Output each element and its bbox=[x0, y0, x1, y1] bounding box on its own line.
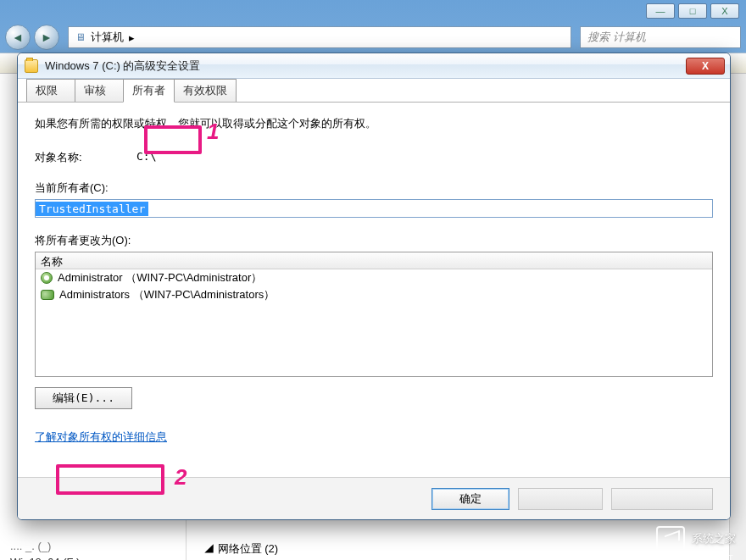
object-name-label: 对象名称: bbox=[35, 150, 136, 165]
dialog-body: 权限 审核 所有者 有效权限 如果您有所需的权限或特权，您就可以取得或分配这个对… bbox=[18, 79, 730, 519]
parent-close-button[interactable]: X bbox=[710, 3, 739, 19]
tab-strip: 权限 审核 所有者 有效权限 bbox=[18, 79, 730, 103]
dialog-title: Windows 7 (C:) 的高级安全设置 bbox=[45, 58, 686, 74]
object-name-value: C:\ bbox=[136, 150, 156, 165]
user-icon bbox=[41, 272, 53, 284]
intro-text: 如果您有所需的权限或特权，您就可以取得或分配这个对象的所有权。 bbox=[35, 116, 713, 131]
tab-owner[interactable]: 所有者 bbox=[123, 79, 175, 103]
address-bar[interactable]: 🖥 计算机 ▸ bbox=[68, 26, 571, 48]
tree-item[interactable]: Win10_64 (F:) bbox=[10, 554, 175, 560]
owner-candidates-list[interactable]: 名称 Administrator （WIN7-PC\Administrator）… bbox=[35, 252, 713, 377]
cancel-button[interactable] bbox=[518, 488, 603, 510]
tree-item[interactable]: .... _. (_) bbox=[10, 538, 175, 554]
group-icon bbox=[41, 290, 54, 300]
list-column-name[interactable]: 名称 bbox=[36, 252, 712, 269]
breadcrumb-computer[interactable]: 计算机 bbox=[91, 30, 124, 45]
ok-button[interactable]: 确定 bbox=[431, 488, 509, 510]
search-input[interactable]: 搜索 计算机 bbox=[580, 26, 741, 48]
parent-toolbar: ◄ ► 🖥 计算机 ▸ 搜索 计算机 bbox=[0, 22, 746, 53]
list-item[interactable]: Administrator （WIN7-PC\Administrator） bbox=[36, 269, 712, 286]
dialog-footer: 确定 bbox=[18, 477, 730, 519]
computer-icon: 🖥 bbox=[75, 31, 86, 43]
network-location-label: ◢ 网络位置 (2) bbox=[203, 541, 278, 557]
dialog-close-button[interactable]: X bbox=[686, 58, 725, 75]
current-owner-value: TrustedInstaller bbox=[36, 202, 148, 216]
nav-back-button[interactable]: ◄ bbox=[5, 25, 31, 50]
parent-minimize-button[interactable]: — bbox=[646, 3, 675, 19]
tab-permissions[interactable]: 权限 bbox=[26, 79, 75, 102]
edit-button[interactable]: 编辑(E)... bbox=[35, 387, 132, 409]
parent-titlebar: — □ X bbox=[0, 0, 746, 22]
current-owner-label: 当前所有者(C): bbox=[35, 180, 713, 196]
parent-scrollbar[interactable] bbox=[729, 74, 746, 560]
advanced-security-dialog: Windows 7 (C:) 的高级安全设置 X 权限 审核 所有者 有效权限 … bbox=[17, 53, 731, 520]
list-item[interactable]: Administrators （WIN7-PC\Administrators） bbox=[36, 286, 712, 303]
nav-forward-button[interactable]: ► bbox=[34, 25, 59, 50]
watermark-url: XITONGZHIJIA.NET bbox=[635, 553, 734, 560]
folder-icon bbox=[25, 59, 38, 73]
tab-owner-panel: 如果您有所需的权限或特权，您就可以取得或分配这个对象的所有权。 对象名称: C:… bbox=[18, 103, 730, 519]
tab-effective-permissions[interactable]: 有效权限 bbox=[174, 79, 237, 102]
tab-auditing[interactable]: 审核 bbox=[75, 79, 124, 102]
apply-button[interactable] bbox=[611, 488, 713, 510]
change-owner-label: 将所有者更改为(O): bbox=[35, 233, 713, 248]
owner-candidate-name: Administrators （WIN7-PC\Administrators） bbox=[59, 287, 275, 302]
owner-candidate-name: Administrator （WIN7-PC\Administrator） bbox=[58, 270, 262, 286]
breadcrumb-chevron-icon: ▸ bbox=[129, 31, 135, 44]
current-owner-field[interactable]: TrustedInstaller bbox=[35, 199, 713, 218]
parent-maximize-button[interactable]: □ bbox=[678, 3, 707, 19]
learn-ownership-link[interactable]: 了解对象所有权的详细信息 bbox=[35, 430, 167, 445]
dialog-titlebar[interactable]: Windows 7 (C:) 的高级安全设置 X bbox=[18, 53, 730, 79]
